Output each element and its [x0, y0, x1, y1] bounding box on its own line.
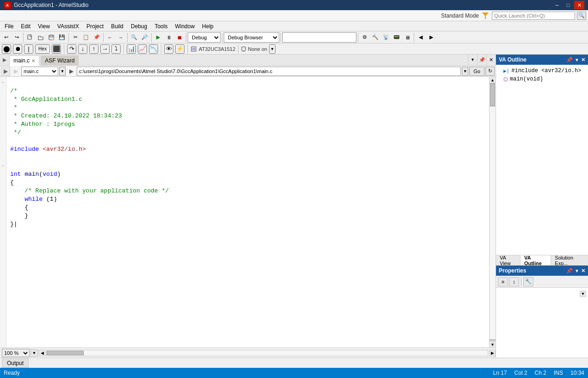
tab-va-outline[interactable]: VA Outline [521, 255, 551, 265]
close-button[interactable]: ✕ [574, 1, 584, 9]
search-icon[interactable]: 🔍 [577, 12, 586, 20]
toolbar-start[interactable]: ▶ [153, 32, 163, 43]
device-dropdown-btn[interactable]: ▼ [269, 44, 276, 54]
bp-step-into[interactable]: ↓ [78, 44, 87, 54]
nav-dropdown-btn[interactable]: ▼ [59, 67, 66, 76]
bp-step-over[interactable]: ↷ [67, 44, 76, 54]
tab-solution-exp[interactable]: Solution Exp... [551, 255, 588, 265]
properties-expand-icon[interactable]: ▼ [580, 291, 586, 297]
toolbar-ext2[interactable]: 📟 [392, 32, 402, 43]
menu-help[interactable]: Help [198, 22, 217, 31]
va-outline-dropdown-btn[interactable]: ▼ [575, 57, 579, 62]
scroll-down-btn[interactable]: ▼ [490, 341, 496, 347]
go-button[interactable]: Go [469, 67, 484, 76]
tab-main-c-close[interactable]: ✕ [31, 58, 35, 63]
debug-browser-dropdown[interactable]: Debug Browser [224, 32, 279, 43]
properties-pin-btn[interactable]: 📌 [566, 268, 573, 274]
toolbar-find[interactable]: 🔍 [129, 32, 139, 43]
properties-sort-btn[interactable]: ↕ [509, 277, 519, 286]
menu-edit[interactable]: Edit [17, 22, 34, 31]
toolbar-redo[interactable]: ↪ [12, 32, 22, 43]
menu-view[interactable]: View [34, 22, 54, 31]
path-input[interactable] [77, 67, 461, 76]
bp-watch[interactable]: 👁 [164, 44, 173, 54]
scroll-up-btn[interactable]: ▲ [490, 77, 496, 83]
minimize-button[interactable]: ─ [552, 1, 562, 9]
toolbar-more2[interactable]: ▶ [426, 32, 436, 43]
nav-forward-arrow[interactable]: ▶ [11, 67, 20, 76]
toolbar-ext1[interactable]: 📡 [381, 32, 391, 43]
h-scroll-right-btn[interactable]: ▶ [489, 350, 496, 356]
quick-launch-input[interactable] [492, 12, 575, 20]
outline-item-include[interactable]: ▶| #include <avr32/io.h> [498, 67, 586, 75]
toolbar-save[interactable] [46, 32, 56, 43]
bp-btn-1[interactable]: ⬤ [2, 44, 11, 54]
bp-btn-3[interactable]: | [24, 44, 33, 54]
properties-list-btn[interactable]: ≡ [498, 277, 508, 286]
menu-debug[interactable]: Debug [127, 22, 151, 31]
toolbar-more1[interactable]: ◀ [416, 32, 426, 43]
h-scroll-thumb[interactable] [47, 351, 84, 355]
output-tab[interactable]: Output [2, 359, 29, 368]
tab-back-btn[interactable]: ▶ [0, 55, 9, 65]
toolbar-forward[interactable]: → [116, 32, 126, 43]
tab-close-panel-btn[interactable]: ✕ [486, 55, 496, 65]
path-dropdown-btn[interactable]: ▼ [462, 67, 468, 76]
h-scroll-left-btn[interactable]: ◀ [39, 350, 45, 356]
toolbar-cut[interactable]: ✂ [70, 32, 80, 43]
nav-back-arrow[interactable]: ▶ [1, 67, 10, 76]
tab-asf-wizard[interactable]: ASF Wizard [41, 56, 79, 65]
va-outline-close-btn[interactable]: ✕ [581, 57, 585, 63]
bp-io[interactable]: ⚡ [175, 44, 184, 54]
properties-dropdown-btn[interactable]: ▼ [575, 268, 579, 273]
menu-project[interactable]: Project [83, 22, 107, 31]
tab-pin-btn[interactable]: 📌 [477, 55, 486, 65]
vertical-scrollbar[interactable]: ▲ ▼ [489, 77, 496, 347]
bp-next[interactable]: ⤵ [111, 44, 121, 54]
properties-wrench-btn[interactable]: 🔧 [523, 277, 533, 286]
file-nav-dropdown[interactable]: main.c [21, 67, 58, 76]
toolbar-open[interactable] [36, 32, 46, 43]
refresh-icon[interactable]: ↻ [485, 67, 495, 76]
menu-file[interactable]: File [1, 22, 17, 31]
toolbar-find-replace[interactable]: 🔎 [140, 32, 150, 43]
bp-mem2[interactable]: 📈 [138, 44, 147, 54]
toolbar-ext3[interactable]: 🖥 [402, 32, 412, 43]
zoom-expand-btn[interactable]: ▼ [31, 349, 38, 357]
tab-main-c[interactable]: main.c ✕ [9, 56, 39, 66]
va-outline-pin-btn[interactable]: 📌 [566, 57, 573, 63]
bp-mem1[interactable]: 📊 [127, 44, 136, 54]
toolbar-paste[interactable]: 📌 [92, 32, 102, 43]
menu-window[interactable]: Window [171, 22, 198, 31]
toolbar-new[interactable] [25, 32, 35, 43]
toolbar-save-all[interactable]: 💾 [57, 32, 67, 43]
outline-item-main[interactable]: ⬡ main(void) [498, 75, 586, 83]
toolbar-pause[interactable]: ⏸ [164, 32, 174, 43]
bp-run-cursor[interactable]: → [100, 44, 110, 54]
properties-close-btn[interactable]: ✕ [581, 268, 585, 274]
toolbar-search-input[interactable] [282, 32, 356, 43]
tab-va-view[interactable]: VA View [496, 255, 521, 265]
toolbar-copy[interactable]: 📋 [81, 32, 91, 43]
bp-btn-4[interactable]: ⬛ [52, 44, 61, 54]
code-content[interactable]: /* * GccApplication1.c * * Created: 24.1… [6, 77, 489, 347]
toolbar-stop[interactable]: ⏹ [174, 32, 184, 43]
bp-mem3[interactable]: 📉 [149, 44, 158, 54]
toolbar-back[interactable]: ← [105, 32, 115, 43]
toolbar-undo[interactable]: ↩ [1, 32, 11, 43]
menu-vassistx[interactable]: VAssistX [54, 22, 83, 31]
menu-build[interactable]: Build [107, 22, 127, 31]
bp-step-out[interactable]: ↑ [89, 44, 98, 54]
zoom-dropdown[interactable]: 100 % 75 % 125 % 150 % [2, 349, 30, 357]
toolbar-properties[interactable]: ⚙ [360, 32, 370, 43]
fold-indicator-1[interactable]: − [2, 79, 4, 87]
maximize-button[interactable]: □ [563, 1, 573, 9]
scroll-thumb[interactable] [490, 83, 495, 106]
toolbar-build[interactable]: 🔨 [370, 32, 380, 43]
menu-tools[interactable]: Tools [151, 22, 171, 31]
bp-btn-hex[interactable]: Hex [35, 44, 50, 54]
fold-indicator-11[interactable]: − [2, 162, 4, 170]
debug-config-dropdown[interactable]: Debug Release [188, 32, 220, 43]
bp-btn-2[interactable]: ⏺ [13, 44, 22, 54]
tab-dropdown-btn[interactable]: ▼ [468, 55, 477, 65]
